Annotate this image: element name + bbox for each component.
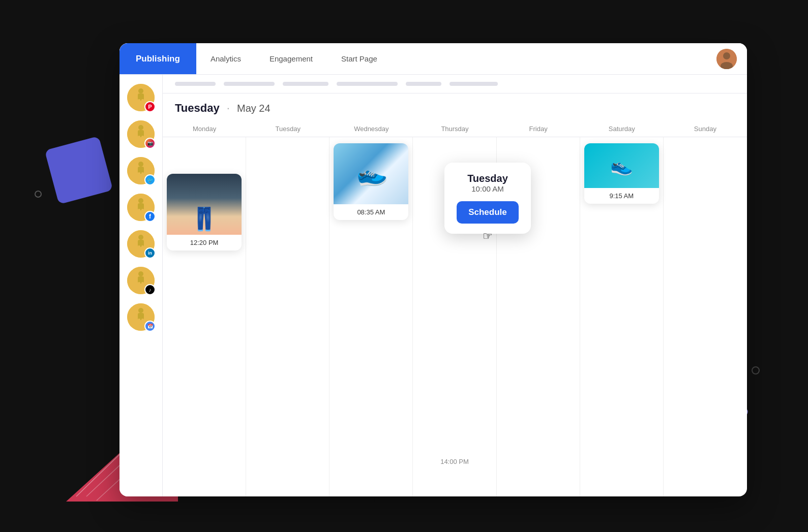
- popup-time: 10:00 AM: [457, 184, 519, 193]
- tab-publishing[interactable]: Publishing: [119, 43, 196, 74]
- sidebar-item-tiktok[interactable]: ♪: [127, 267, 155, 294]
- sidebar: P 📷: [119, 75, 163, 496]
- app-window: Publishing Analytics Engagement Start Pa…: [119, 43, 747, 496]
- day-header-tuesday: Tuesday: [246, 121, 330, 137]
- svg-rect-14: [141, 136, 144, 142]
- sidebar-item-pinterest[interactable]: P: [127, 84, 155, 111]
- svg-rect-30: [141, 282, 144, 288]
- svg-rect-10: [141, 99, 144, 105]
- svg-point-23: [138, 235, 143, 240]
- post-card-wednesday[interactable]: 08:35 AM: [334, 143, 408, 220]
- col-sunday: [664, 137, 747, 496]
- instagram-badge: 📷: [144, 138, 156, 149]
- tiktok-badge: ♪: [144, 284, 156, 295]
- nav-bar: Publishing Analytics Engagement Start Pa…: [119, 43, 747, 75]
- col-monday: 12:20 PM: [163, 137, 246, 496]
- col-tuesday: [246, 137, 330, 496]
- main-area: Tuesday · May 24 Monday Tuesday Wednesda…: [163, 75, 747, 496]
- cursor-icon: ☞: [483, 230, 493, 243]
- svg-rect-26: [141, 245, 144, 252]
- svg-rect-25: [138, 245, 140, 252]
- svg-rect-17: [138, 172, 140, 178]
- sidebar-item-google[interactable]: 📅: [127, 303, 155, 331]
- post-card-monday[interactable]: 12:20 PM: [167, 174, 242, 251]
- google-badge: 📅: [144, 321, 156, 332]
- facebook-badge: f: [144, 211, 156, 222]
- sidebar-item-linkedin[interactable]: in: [127, 230, 155, 258]
- day-header-sunday: Sunday: [664, 121, 747, 137]
- filter-pill-6[interactable]: [450, 82, 498, 86]
- filter-pill-2[interactable]: [224, 82, 275, 86]
- sidebar-item-twitter[interactable]: 🐦: [127, 157, 155, 184]
- col-wednesday: 08:35 AM: [330, 137, 413, 496]
- svg-rect-21: [138, 209, 140, 215]
- deco-blue-square: [45, 136, 113, 205]
- schedule-button[interactable]: Schedule: [457, 201, 519, 224]
- post-image-shoes: [334, 143, 408, 204]
- post-time-monday: 12:20 PM: [167, 235, 242, 251]
- post-time-saturday: 9:15 AM: [584, 188, 659, 204]
- content-area: P 📷: [119, 75, 747, 496]
- calendar-body: 12:20 PM 08:35 AM: [163, 137, 747, 496]
- svg-point-5: [723, 52, 730, 59]
- svg-rect-29: [138, 282, 140, 288]
- col-thursday: Tuesday 10:00 AM Schedule ☞ 14:00 PM: [413, 137, 496, 496]
- page-title: Tuesday · May 24: [175, 102, 735, 115]
- filter-pill-1[interactable]: [175, 82, 216, 86]
- sidebar-item-facebook[interactable]: f: [127, 194, 155, 221]
- svg-point-7: [138, 88, 143, 93]
- svg-rect-34: [141, 319, 144, 325]
- tab-analytics[interactable]: Analytics: [196, 43, 255, 74]
- day-header-monday: Monday: [163, 121, 246, 137]
- svg-point-11: [138, 125, 143, 130]
- tab-engagement[interactable]: Engagement: [255, 43, 327, 74]
- time-label-friday-below: 14:00 PM: [413, 457, 496, 466]
- linkedin-badge: in: [144, 247, 156, 259]
- post-image-jeans: [167, 174, 242, 235]
- tab-start-page[interactable]: Start Page: [327, 43, 392, 74]
- post-image-sneaker: [584, 143, 659, 188]
- pinterest-badge: P: [144, 101, 156, 112]
- filter-pill-5[interactable]: [406, 82, 441, 86]
- sidebar-item-instagram[interactable]: 📷: [127, 120, 155, 148]
- date-header: Tuesday · May 24: [163, 93, 747, 121]
- popup-day: Tuesday: [457, 173, 519, 184]
- filter-pill-3[interactable]: [283, 82, 328, 86]
- svg-rect-9: [138, 99, 140, 105]
- user-avatar[interactable]: [716, 49, 737, 69]
- twitter-badge: 🐦: [144, 174, 156, 185]
- svg-rect-33: [138, 319, 140, 325]
- col-saturday: 9:15 AM: [580, 137, 664, 496]
- svg-rect-13: [138, 136, 140, 142]
- svg-rect-18: [141, 172, 144, 178]
- svg-rect-22: [141, 209, 144, 215]
- filter-row: [163, 75, 747, 93]
- filter-pill-4[interactable]: [337, 82, 398, 86]
- svg-point-15: [138, 162, 143, 167]
- schedule-popup: Tuesday 10:00 AM Schedule ☞: [444, 163, 531, 234]
- post-time-wednesday: 08:35 AM: [334, 204, 408, 220]
- svg-point-19: [138, 198, 143, 203]
- day-headers: Monday Tuesday Wednesday Thursday Friday…: [163, 121, 747, 137]
- svg-point-27: [138, 271, 143, 276]
- day-header-friday: Friday: [497, 121, 580, 137]
- deco-circle-bottom-right: [752, 366, 760, 374]
- day-header-saturday: Saturday: [580, 121, 664, 137]
- day-header-thursday: Thursday: [413, 121, 496, 137]
- day-header-wednesday: Wednesday: [330, 121, 413, 137]
- deco-circle-small: [35, 191, 42, 198]
- post-card-saturday[interactable]: 9:15 AM: [584, 143, 659, 204]
- svg-point-31: [138, 308, 143, 313]
- calendar-grid: Monday Tuesday Wednesday Thursday Friday…: [163, 121, 747, 496]
